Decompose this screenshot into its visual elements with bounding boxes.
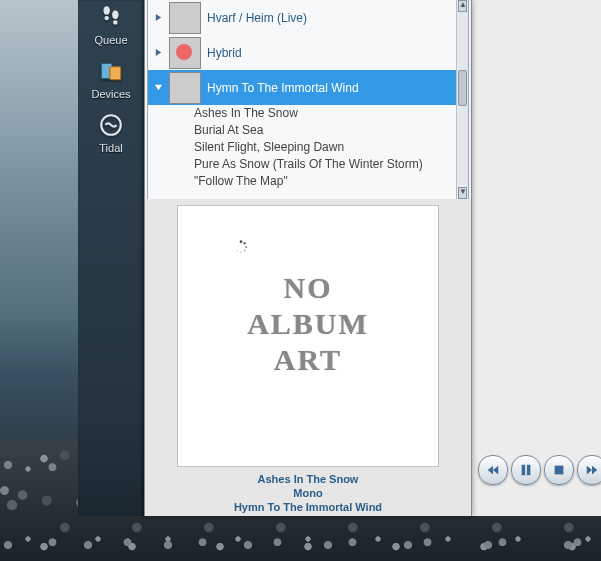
sidebar-item-label: Devices bbox=[91, 88, 130, 100]
no-album-art-text: NO ALBUM ART bbox=[178, 270, 438, 378]
devices-icon bbox=[98, 58, 124, 86]
svg-rect-11 bbox=[555, 466, 564, 475]
svg-point-6 bbox=[244, 250, 246, 252]
player-controls bbox=[476, 441, 601, 501]
album-list: Hvarf / Heim (Live) Hybrid Hymn To bbox=[147, 0, 469, 200]
expand-expanded-icon[interactable] bbox=[154, 83, 163, 92]
expand-collapsed-icon[interactable] bbox=[154, 48, 163, 57]
svg-point-4 bbox=[243, 242, 245, 244]
album-row[interactable]: Hvarf / Heim (Live) bbox=[148, 0, 457, 35]
album-cover-thumbnail bbox=[169, 72, 201, 104]
track-list: Ashes In The Snow Burial At Sea Silent F… bbox=[148, 105, 457, 190]
album-art-placeholder: NO ALBUM ART bbox=[177, 205, 439, 467]
album-cover-thumbnail bbox=[169, 2, 201, 34]
sidebar-item-tidal[interactable]: Tidal bbox=[78, 108, 144, 162]
tidal-icon bbox=[98, 112, 124, 140]
album-title: Hybrid bbox=[207, 46, 242, 60]
now-playing-info: Ashes In The Snow Mono Hymn To The Immor… bbox=[145, 472, 471, 514]
svg-rect-10 bbox=[527, 465, 531, 476]
track-row[interactable]: Ashes In The Snow bbox=[194, 105, 457, 122]
svg-rect-1 bbox=[110, 67, 121, 80]
sidebar-item-devices[interactable]: Devices bbox=[78, 54, 144, 108]
track-row[interactable]: "Follow The Map" bbox=[194, 173, 457, 190]
right-side-panel bbox=[470, 0, 601, 516]
pause-button[interactable] bbox=[511, 455, 541, 485]
sidebar: Queue Devices Tidal bbox=[78, 0, 145, 516]
library-panel: Hvarf / Heim (Live) Hybrid Hymn To bbox=[144, 0, 472, 516]
now-playing-artist: Mono bbox=[145, 486, 471, 500]
now-playing-album: Hymn To The Immortal Wind bbox=[145, 500, 471, 514]
next-button[interactable] bbox=[577, 455, 601, 485]
album-row-selected[interactable]: Hymn To The Immortal Wind bbox=[148, 70, 457, 105]
album-row[interactable]: Hybrid bbox=[148, 35, 457, 70]
desktop-wallpaper: Queue Devices Tidal bbox=[0, 0, 601, 561]
svg-rect-9 bbox=[522, 465, 526, 476]
track-row[interactable]: Burial At Sea bbox=[194, 122, 457, 139]
loading-spinner-icon bbox=[234, 240, 248, 254]
stop-button[interactable] bbox=[544, 455, 574, 485]
expand-collapsed-icon[interactable] bbox=[154, 13, 163, 22]
album-art-panel: NO ALBUM ART Ashes In The Snow Mono Hymn… bbox=[145, 199, 471, 516]
now-playing-track: Ashes In The Snow bbox=[145, 472, 471, 486]
footprints-icon bbox=[98, 4, 124, 32]
album-cover-thumbnail bbox=[169, 37, 201, 69]
previous-button[interactable] bbox=[478, 455, 508, 485]
scroll-down-button[interactable]: ▼ bbox=[458, 187, 467, 199]
sidebar-item-label: Queue bbox=[94, 34, 127, 46]
scroll-up-button[interactable]: ▲ bbox=[458, 0, 467, 12]
svg-point-5 bbox=[245, 246, 247, 248]
album-title: Hvarf / Heim (Live) bbox=[207, 11, 307, 25]
svg-point-7 bbox=[240, 251, 242, 253]
scroll-thumb[interactable] bbox=[458, 70, 467, 106]
svg-point-3 bbox=[240, 240, 243, 243]
album-title: Hymn To The Immortal Wind bbox=[207, 81, 359, 95]
sidebar-item-label: Tidal bbox=[99, 142, 122, 154]
scrollbar[interactable]: ▲ ▼ bbox=[456, 0, 468, 199]
sidebar-item-queue[interactable]: Queue bbox=[78, 0, 144, 54]
track-row[interactable]: Silent Flight, Sleeping Dawn bbox=[194, 139, 457, 156]
track-row[interactable]: Pure As Snow (Trails Of The Winter Storm… bbox=[194, 156, 457, 173]
svg-point-8 bbox=[237, 250, 238, 251]
